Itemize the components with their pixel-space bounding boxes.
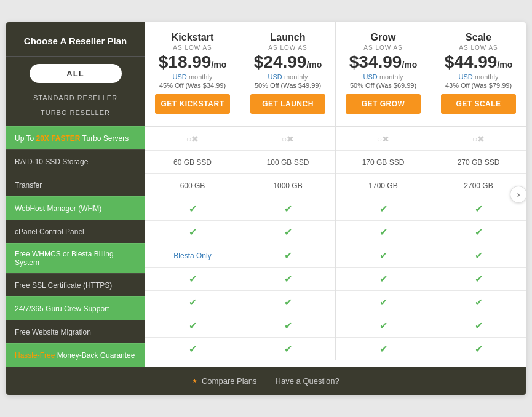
cell-launch-ssl: ✔ [240, 267, 335, 290]
plan-name-launch: Launch [245, 32, 330, 43]
plan-header-scale: Scale AS LOW AS $44.99/mo USD monthly 43… [431, 22, 526, 127]
cell-kickstart-transfer: 600 GB [145, 173, 240, 197]
kickstart-cells: ○✖ 60 GB SSD 600 GB ✔ ✔ Blesta Only ✔ ✔ … [145, 127, 240, 360]
standard-reseller-link[interactable]: STANDARD RESELLER [6, 90, 145, 105]
cell-launch-guarantee: ✔ [240, 337, 335, 360]
feature-turbo: Up To 20X FASTER Turbo Servers [6, 126, 145, 149]
cell-grow-transfer: 1700 GB [336, 173, 431, 197]
cell-grow-migration: ✔ [336, 314, 431, 337]
sidebar-title: Choose A Reseller Plan [6, 22, 145, 57]
feature-ssl: Free SSL Certificate (HTTPS) [6, 273, 145, 296]
plan-price-scale: $44.99/mo [436, 52, 521, 72]
cell-kickstart-cpanel: ✔ [145, 220, 240, 244]
question-link[interactable]: Have a Question? [276, 376, 339, 386]
feature-list: Up To 20X FASTER Turbo Servers RAID-10 S… [6, 126, 145, 367]
cell-launch-migration: ✔ [240, 314, 335, 337]
cell-kickstart-guarantee: ✔ [145, 337, 240, 360]
feature-whm: WebHost Manager (WHM) [6, 196, 145, 220]
launch-cells: ○✖ 100 GB SSD 1000 GB ✔ ✔ ✔ ✔ ✔ ✔ ✔ [240, 127, 335, 360]
plan-discount-kickstart: 45% Off (Was $34.99) [150, 82, 235, 89]
cell-kickstart-whmcs: Blesta Only [145, 244, 240, 267]
cell-launch-support: ✔ [240, 290, 335, 314]
cell-kickstart-raid: 60 GB SSD [145, 150, 240, 173]
plan-col-scale: Scale AS LOW AS $44.99/mo USD monthly 43… [431, 22, 526, 127]
feature-raid: RAID-10 SSD Storage [6, 149, 145, 173]
feature-whmcs: Free WHMCS or Blesta Billing System [6, 243, 145, 273]
cell-scale-ssl: ✔ [431, 267, 526, 290]
feature-cpanel: cPanel Control Panel [6, 220, 145, 243]
plan-col-kickstart: Kickstart AS LOW AS $18.99/mo USD monthl… [145, 22, 240, 127]
turbo-reseller-link[interactable]: TURBO RESELLER [6, 105, 145, 120]
cell-launch-whmcs: ✔ [240, 244, 335, 267]
plan-header-grow: Grow AS LOW AS $34.99/mo USD monthly 50%… [336, 22, 431, 127]
footer: ⭑ Compare Plans Have a Question? [6, 367, 526, 395]
compare-plans-link[interactable]: ⭑ Compare Plans [193, 375, 256, 386]
grow-cells: ○✖ 170 GB SSD 1700 GB ✔ ✔ ✔ ✔ ✔ ✔ ✔ [335, 127, 431, 360]
cell-scale-whm: ✔ [431, 197, 526, 220]
scale-button[interactable]: GET SCALE [441, 94, 516, 114]
plan-price-kickstart: $18.99/mo [150, 52, 235, 72]
plan-as-low-as-launch: AS LOW AS [245, 44, 330, 51]
plan-header-kickstart: Kickstart AS LOW AS $18.99/mo USD monthl… [145, 22, 240, 127]
cell-grow-ssl: ✔ [336, 267, 431, 290]
plan-usd-kickstart: USD monthly [150, 73, 235, 81]
plan-cells: ○✖ 60 GB SSD 600 GB ✔ ✔ Blesta Only ✔ ✔ … [145, 127, 526, 360]
grow-button[interactable]: GET GROW [346, 94, 421, 114]
cell-scale-raid: 270 GB SSD [431, 150, 526, 173]
cell-grow-raid: 170 GB SSD [336, 150, 431, 173]
pricing-table: Choose A Reseller Plan ALL STANDARD RESE… [6, 22, 526, 395]
cell-scale-cpanel: ✔ [431, 220, 526, 244]
cell-scale-whmcs: ✔ [431, 244, 526, 267]
plan-as-low-as-scale: AS LOW AS [436, 44, 521, 51]
cell-launch-cpanel: ✔ [240, 220, 335, 244]
cell-grow-turbo: ○✖ [336, 127, 431, 150]
sidebar: Choose A Reseller Plan ALL STANDARD RESE… [6, 22, 145, 367]
feature-migration: Free Website Migration [6, 320, 145, 343]
cell-grow-whmcs: ✔ [336, 244, 431, 267]
plan-header-launch: Launch AS LOW AS $24.99/mo USD monthly 5… [240, 22, 335, 127]
main-grid: Choose A Reseller Plan ALL STANDARD RESE… [6, 22, 526, 367]
plan-price-launch: $24.99/mo [245, 52, 330, 72]
feature-support: 24/7/365 Guru Crew Support [6, 296, 145, 320]
cell-kickstart-ssl: ✔ [145, 267, 240, 290]
plan-as-low-as-grow: AS LOW AS [341, 44, 426, 51]
cell-scale-turbo: ○✖ [431, 127, 526, 150]
cell-grow-whm: ✔ [336, 197, 431, 220]
cell-grow-guarantee: ✔ [336, 337, 431, 360]
plan-discount-scale: 43% Off (Was $79.99) [436, 82, 521, 89]
scale-cells: ○✖ 270 GB SSD 2700 GB ✔ ✔ ✔ ✔ ✔ ✔ ✔ [431, 127, 526, 360]
cell-scale-support: ✔ [431, 290, 526, 314]
plan-name-grow: Grow [341, 32, 426, 43]
plan-discount-grow: 50% Off (Was $69.99) [341, 82, 426, 89]
cell-launch-turbo: ○✖ [240, 127, 335, 150]
cell-scale-migration: ✔ [431, 314, 526, 337]
plan-usd-launch: USD monthly [245, 73, 330, 81]
circle-plus-icon: ⭑ [193, 375, 197, 386]
plan-col-grow: Grow AS LOW AS $34.99/mo USD monthly 50%… [335, 22, 431, 127]
plan-as-low-as-kickstart: AS LOW AS [150, 44, 235, 51]
plans-area: Kickstart AS LOW AS $18.99/mo USD monthl… [145, 22, 526, 367]
launch-button[interactable]: GET LAUNCH [250, 94, 325, 114]
scroll-right-arrow[interactable]: › [510, 186, 526, 203]
cell-launch-raid: 100 GB SSD [240, 150, 335, 173]
plans-header: Kickstart AS LOW AS $18.99/mo USD monthl… [145, 22, 526, 127]
plan-name-scale: Scale [436, 32, 521, 43]
plan-usd-grow: USD monthly [341, 73, 426, 81]
cell-kickstart-whm: ✔ [145, 197, 240, 220]
cell-scale-guarantee: ✔ [431, 337, 526, 360]
cell-grow-support: ✔ [336, 290, 431, 314]
cell-kickstart-migration: ✔ [145, 314, 240, 337]
feature-transfer: Transfer [6, 173, 145, 196]
cell-kickstart-support: ✔ [145, 290, 240, 314]
cell-launch-transfer: 1000 GB [240, 173, 335, 197]
cell-kickstart-turbo: ○✖ [145, 127, 240, 150]
plan-price-grow: $34.99/mo [341, 52, 426, 72]
plan-name-kickstart: Kickstart [150, 32, 235, 43]
kickstart-button[interactable]: GET KICKSTART [155, 94, 230, 114]
plan-usd-scale: USD monthly [436, 73, 521, 81]
plan-discount-launch: 50% Off (Was $49.99) [245, 82, 330, 89]
feature-guarantee: Hassle-Free Money-Back Guarantee [6, 343, 145, 367]
all-button[interactable]: ALL [30, 64, 122, 83]
cell-grow-cpanel: ✔ [336, 220, 431, 244]
plan-col-launch: Launch AS LOW AS $24.99/mo USD monthly 5… [240, 22, 335, 127]
